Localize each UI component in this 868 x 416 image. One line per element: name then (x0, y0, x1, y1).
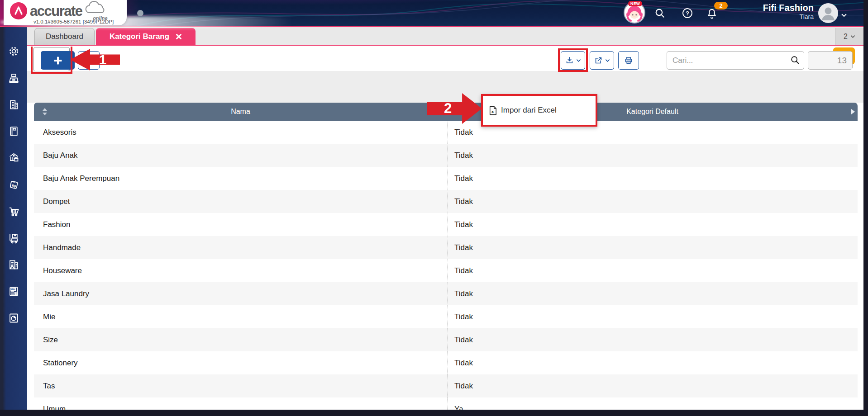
column-header-nama[interactable]: Nama (34, 108, 447, 116)
cell-name: Fashion (34, 220, 447, 229)
record-count: 13 (837, 56, 847, 66)
table-row[interactable]: Jasa Laundry Tidak (34, 282, 858, 305)
sidebar-item-cash-register[interactable] (8, 72, 20, 84)
table-body: Aksesoris Tidak Baju Anak Tidak Baju Ana… (34, 121, 858, 410)
brand-name: accurate (30, 4, 82, 18)
cell-name: Mie (34, 312, 447, 321)
table-row[interactable]: Houseware Tidak (34, 259, 858, 282)
cell-name: Dompet (34, 197, 447, 206)
sidebar-item-company[interactable] (8, 99, 20, 111)
cell-name: Umum (34, 405, 447, 410)
notification-bell-icon[interactable] (706, 8, 718, 19)
sidebar-item-tax[interactable]: TAX (8, 285, 20, 298)
sort-icon[interactable] (42, 108, 48, 116)
export-icon (594, 56, 603, 65)
mascot-new-badge: NEW (628, 1, 642, 6)
add-category-button[interactable] (41, 51, 75, 70)
sidebar-item-manufacture[interactable] (8, 259, 20, 271)
open-tabs-count-dropdown[interactable]: 2 (835, 28, 863, 45)
tab-kategori-barang[interactable]: Kategori Barang (96, 28, 196, 45)
cell-name: Aksesoris (34, 128, 447, 137)
help-icon[interactable]: ? (682, 7, 693, 19)
table-row[interactable]: Baju Anak Tidak (34, 144, 858, 167)
annotation-box-step2-menu: x Impor dari Excel (481, 94, 597, 127)
window-frame-right (863, 0, 868, 416)
export-button[interactable] (590, 51, 614, 70)
notification-count-badge: 2 (714, 2, 728, 9)
svg-text:TAX: TAX (11, 288, 15, 290)
svg-text:?: ? (686, 10, 689, 17)
print-button[interactable] (618, 51, 639, 70)
cell-default: Tidak (447, 282, 858, 305)
menu-item-impor-dari-excel[interactable]: x Impor dari Excel (483, 96, 596, 125)
plus-icon (53, 56, 63, 66)
user-menu-chevron-icon[interactable] (841, 11, 847, 19)
search-icon[interactable] (654, 7, 666, 19)
user-info[interactable]: Fifi Fashion Tiara (733, 3, 814, 20)
cell-default: Tidak (447, 190, 858, 213)
table-row[interactable]: Tas Tidak (34, 374, 858, 397)
sidebar-item-sales[interactable]: Rp (8, 179, 20, 191)
cell-name: Houseware (34, 266, 447, 275)
sidebar-item-report[interactable] (8, 312, 20, 324)
cell-default: Tidak (447, 167, 858, 190)
table-row[interactable]: Mie Tidak (34, 305, 858, 328)
cell-name: Baju Anak (34, 151, 447, 160)
cell-name: Size (34, 336, 447, 345)
accurate-logo-icon (10, 2, 27, 19)
tab-active-label: Kategori Barang (110, 32, 169, 41)
cell-name: Tas (34, 382, 447, 391)
sidebar-item-inventory[interactable] (8, 232, 20, 244)
table-row[interactable]: Aksesoris Tidak (34, 121, 858, 144)
chevron-down-icon (576, 59, 581, 62)
menu-item-label: Impor dari Excel (501, 106, 557, 115)
toolbar (27, 71, 863, 103)
chevron-down-icon (605, 59, 610, 62)
table-row[interactable]: Handmade Tidak (34, 236, 858, 259)
cell-name: Handmade (34, 243, 447, 252)
annotation-step2-number: 2 (444, 100, 452, 117)
sidebar-item-settings[interactable] (8, 45, 20, 57)
header-dot-deco (137, 10, 143, 16)
category-table: Nama Kategori Default Aksesoris Tidak Ba… (34, 103, 858, 410)
cell-name: Baju Anak Perempuan (34, 174, 447, 183)
table-row[interactable]: Stationery Tidak (34, 351, 858, 374)
scroll-right-indicator (851, 109, 855, 114)
record-count-badge: 13 (808, 51, 853, 70)
user-avatar[interactable] (818, 3, 838, 23)
tab-dashboard[interactable]: Dashboard (34, 28, 95, 45)
user-subtitle: Tiara (733, 13, 814, 20)
print-icon (624, 56, 633, 65)
table-row[interactable]: Baju Anak Perempuan Tidak (34, 167, 858, 190)
chevron-down-icon (850, 35, 855, 38)
app-window: accurate online v1.0.1#3605-587261 [3499… (0, 0, 868, 416)
cell-name: Jasa Laundry (34, 289, 447, 298)
cell-name: Stationery (34, 359, 447, 368)
svg-text:Rp: Rp (11, 184, 16, 188)
table-row[interactable]: Size Tidak (34, 328, 858, 351)
cloud-icon: online (83, 1, 107, 17)
sidebar-item-fixed-asset[interactable] (8, 152, 20, 164)
sidebar-item-purchase[interactable] (8, 205, 20, 217)
tab-close-icon[interactable] (176, 33, 182, 40)
cell-default: Ya (447, 397, 858, 410)
download-icon (565, 56, 574, 65)
import-download-button[interactable] (561, 51, 585, 70)
page-content: 1 (27, 47, 863, 410)
table-row[interactable]: Dompet Tidak (34, 190, 858, 213)
cell-default: Tidak (447, 213, 858, 236)
sidebar-item-ledger[interactable] (8, 125, 20, 137)
table-row[interactable]: Fashion Tidak (34, 213, 858, 236)
table-row[interactable]: Umum Ya (34, 397, 858, 410)
svg-text:x: x (491, 109, 494, 113)
tab-dashboard-label: Dashboard (46, 32, 83, 41)
annotation-step1-number: 1 (99, 52, 107, 67)
cell-default: Tidak (447, 259, 858, 282)
cell-default: Tidak (447, 236, 858, 259)
user-name: Fifi Fashion (733, 3, 814, 13)
search-magnifier-icon[interactable] (790, 55, 800, 65)
cell-default: Tidak (447, 351, 858, 374)
version-text: v1.0.1#3605-587261 [3499P12DP] (33, 19, 114, 24)
cell-default: Tidak (447, 144, 858, 167)
search-input[interactable] (667, 51, 804, 70)
